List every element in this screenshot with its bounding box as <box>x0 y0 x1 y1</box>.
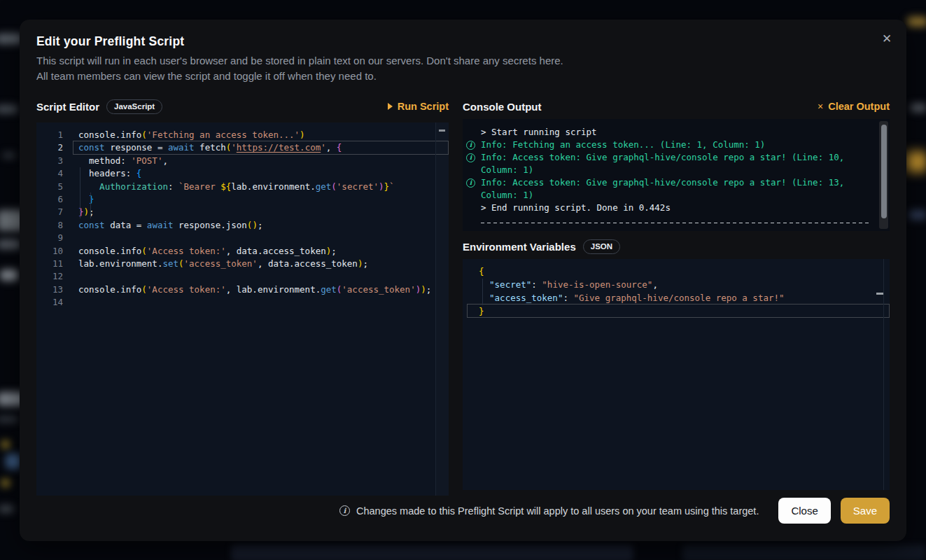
line-number: 8 <box>36 219 63 232</box>
code-line[interactable]: { <box>463 265 890 278</box>
console-entry-text: > Start running script <box>481 126 871 139</box>
line-text: console.info('Access token:', lab.enviro… <box>63 284 431 295</box>
clear-output-label: Clear Output <box>828 101 890 112</box>
line-text: headers: { <box>63 168 141 178</box>
env-vars-title: Environment Variables <box>463 241 576 253</box>
env-vars-code: { "secret": "hive-is-open-source", "acce… <box>463 259 890 490</box>
backdrop-shape <box>909 210 926 220</box>
overview-ruler-marker <box>876 293 883 295</box>
current-line-highlight <box>467 304 890 318</box>
code-line[interactable]: 14 <box>36 296 449 309</box>
console-entry-text: Info: Access token: Give graphql-hive/co… <box>481 151 871 176</box>
line-text: console.info('Access token:', data.acces… <box>63 246 337 256</box>
script-editor-code: 1console.info('Fetching an access token.… <box>36 122 449 496</box>
code-line[interactable]: "access_token": "Give graphql-hive/conso… <box>463 291 890 304</box>
line-text: console.info('Fetching an access token..… <box>63 130 305 140</box>
console-entry-info: iInfo: Access token: Give graphql-hive/c… <box>481 151 871 176</box>
console-entry-info: iInfo: Fetching an access token... (Line… <box>481 139 871 151</box>
backdrop-shape <box>682 545 926 560</box>
backdrop-shape <box>1 479 10 486</box>
console-entry-log: > End running script. Done in 0.442s <box>481 202 871 214</box>
line-text: const data = await response.json(); <box>63 220 262 230</box>
line-text: Authorization: `Bearer ${lab.environment… <box>63 181 395 192</box>
code-line[interactable]: 7}); <box>36 206 449 218</box>
clear-output-button[interactable]: × Clear Output <box>818 101 890 112</box>
code-line[interactable]: 9 <box>36 232 449 244</box>
backdrop-shape <box>0 505 14 512</box>
line-text: method: 'POST', <box>63 155 168 166</box>
line-number: 11 <box>36 258 63 270</box>
indent-guide <box>80 167 80 218</box>
indent-guide <box>482 279 483 305</box>
editor-scrollbar-gutter[interactable] <box>435 122 449 496</box>
script-editor-title: Script Editor <box>36 101 99 113</box>
backdrop-shape <box>906 151 926 172</box>
backdrop-shape <box>3 153 15 158</box>
env-scrollbar-gutter <box>883 259 884 490</box>
line-text: const response = await fetch('https://te… <box>63 142 342 153</box>
line-number: 1 <box>36 129 63 141</box>
clear-icon: × <box>818 101 823 112</box>
code-line[interactable]: 4 headers: { <box>36 167 449 180</box>
run-script-button[interactable]: Run Script <box>388 101 449 112</box>
line-number: 2 <box>36 141 63 154</box>
line-number: 7 <box>36 206 63 218</box>
console-entry-text: > End running script. Done in 0.442s <box>481 202 871 214</box>
backdrop-shape <box>910 104 926 112</box>
line-text: "access_token": "Give graphql-hive/conso… <box>463 293 785 303</box>
code-line[interactable]: 8const data = await response.json(); <box>36 219 449 232</box>
console-separator <box>481 223 870 223</box>
line-text <box>63 232 78 243</box>
line-number: 4 <box>36 167 63 180</box>
info-icon: i <box>339 505 350 516</box>
console-scrollbar-thumb[interactable] <box>881 125 887 218</box>
console-entry-info: iInfo: Access token: Give graphql-hive/c… <box>481 176 871 202</box>
modal-footer: i Changes made to this Preflight Script … <box>36 498 890 524</box>
line-number: 9 <box>36 232 63 244</box>
info-icon: i <box>466 153 475 162</box>
footer-note-text: Changes made to this Preflight Script wi… <box>356 505 759 517</box>
line-number: 14 <box>36 296 63 309</box>
modal-description-line2: All team members can view the script and… <box>36 70 377 82</box>
line-text: "secret": "hive-is-open-source", <box>463 279 658 290</box>
backdrop-shape <box>0 416 18 422</box>
backdrop-shape <box>6 454 21 469</box>
console-output-title: Console Output <box>463 101 542 113</box>
script-editor[interactable]: 1console.info('Fetching an access token.… <box>36 122 449 496</box>
console-output[interactable]: > Start running scriptiInfo: Fetching an… <box>463 119 890 231</box>
modal-description-line1: This script will run in each user's brow… <box>36 55 563 66</box>
code-line[interactable]: 10console.info('Access token:', data.acc… <box>36 245 449 258</box>
code-line[interactable]: 6 } <box>36 193 449 206</box>
close-button[interactable]: Close <box>778 498 830 524</box>
indent-guide <box>90 192 91 218</box>
code-line[interactable]: 2const response = await fetch('https://t… <box>36 141 449 154</box>
javascript-badge: JavaScript <box>106 99 162 114</box>
line-number: 3 <box>36 155 63 167</box>
code-line[interactable]: } <box>463 304 890 318</box>
save-button[interactable]: Save <box>841 498 890 524</box>
console-log-list: > Start running scriptiInfo: Fetching an… <box>463 119 890 231</box>
line-number: 12 <box>36 270 63 283</box>
console-entry-text: Info: Fetching an access token... (Line:… <box>481 139 871 151</box>
info-icon: i <box>466 178 475 188</box>
code-line[interactable]: 5 Authorization: `Bearer ${lab.environme… <box>36 181 449 193</box>
line-text <box>63 297 78 307</box>
code-line[interactable]: "secret": "hive-is-open-source", <box>463 278 890 291</box>
backdrop-shape <box>231 545 633 560</box>
line-text: lab.environment.set('access_token', data… <box>63 258 368 269</box>
info-icon: i <box>466 141 475 150</box>
backdrop-shape <box>0 105 18 113</box>
code-line[interactable]: 3 method: 'POST', <box>36 155 449 167</box>
code-line[interactable]: 13console.info('Access token:', lab.envi… <box>36 284 449 296</box>
env-vars-editor[interactable]: { "secret": "hive-is-open-source", "acce… <box>463 259 890 490</box>
code-line[interactable]: 11lab.environment.set('access_token', da… <box>36 258 449 270</box>
code-line[interactable]: 12 <box>36 270 449 283</box>
line-number: 13 <box>36 284 63 296</box>
close-icon[interactable]: ✕ <box>878 31 895 48</box>
code-line[interactable]: 1console.info('Fetching an access token.… <box>36 129 449 141</box>
console-header: Console Output × Clear Output <box>463 98 890 115</box>
script-editor-header: Script Editor JavaScript Run Script <box>36 98 449 115</box>
backdrop-shape <box>0 239 21 249</box>
line-number: 10 <box>36 245 63 258</box>
overview-ruler-marker <box>439 130 445 132</box>
